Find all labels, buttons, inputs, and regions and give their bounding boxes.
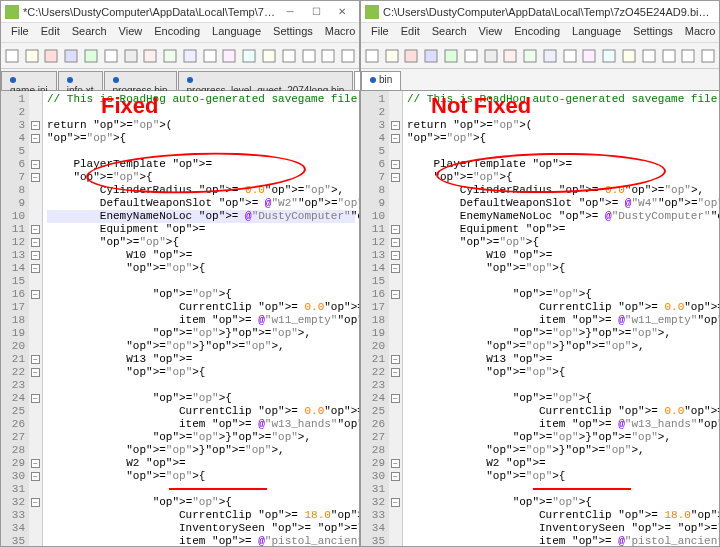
tab-bar: bin	[361, 69, 719, 91]
menu-encoding[interactable]: Encoding	[148, 23, 206, 42]
menu-language[interactable]: Language	[566, 23, 627, 42]
menu-search[interactable]: Search	[66, 23, 113, 42]
svg-rect-1	[26, 50, 38, 62]
toolbar-button-0[interactable]	[363, 47, 381, 65]
toolbar-button-16[interactable]	[320, 47, 338, 65]
toolbar-button-3[interactable]	[62, 47, 80, 65]
svg-rect-35	[702, 50, 714, 62]
titlebar[interactable]: C:\Users\DustyComputer\AppData\Local\Tem…	[361, 1, 719, 23]
svg-rect-32	[643, 50, 655, 62]
svg-rect-23	[465, 50, 477, 62]
menu-macro[interactable]: Macro	[319, 23, 362, 42]
toolbar-button-7[interactable]	[141, 47, 159, 65]
toolbar-button-7[interactable]	[501, 47, 519, 65]
toolbar-button-9[interactable]	[541, 47, 559, 65]
editor-window-left: *C:\Users\DustyComputer\AppData\Local\Te…	[0, 0, 360, 547]
svg-rect-22	[445, 50, 457, 62]
toolbar-button-12[interactable]	[240, 47, 258, 65]
menu-encoding[interactable]: Encoding	[508, 23, 566, 42]
app-icon	[365, 5, 379, 19]
toolbar-button-3[interactable]	[422, 47, 440, 65]
tab-game-ini[interactable]: game.ini	[1, 71, 57, 90]
svg-rect-25	[504, 50, 516, 62]
toolbar-button-12[interactable]	[600, 47, 618, 65]
toolbar-button-8[interactable]	[161, 47, 179, 65]
toolbar-button-14[interactable]	[640, 47, 658, 65]
toolbar-button-5[interactable]	[102, 47, 120, 65]
toolbar-button-9[interactable]	[181, 47, 199, 65]
svg-rect-11	[223, 50, 235, 62]
menu-file[interactable]: File	[5, 23, 35, 42]
menu-edit[interactable]: Edit	[395, 23, 426, 42]
svg-rect-29	[583, 50, 595, 62]
toolbar-button-4[interactable]	[82, 47, 100, 65]
svg-rect-0	[6, 50, 18, 62]
svg-rect-6	[125, 50, 137, 62]
tab-progress-bin[interactable]: progress.bin	[104, 71, 177, 90]
tab-bar: game.iniinfo.xtprogress.binprogress_leve…	[1, 69, 359, 91]
code-editor[interactable]: 1234567891011121314151617181920212223242…	[1, 91, 359, 546]
toolbar-button-13[interactable]	[620, 47, 638, 65]
toolbar-button-11[interactable]	[221, 47, 239, 65]
toolbar-button-2[interactable]	[43, 47, 61, 65]
line-number-gutter: 1234567891011121314151617181920212223242…	[361, 91, 389, 546]
menu-view[interactable]: View	[113, 23, 149, 42]
titlebar[interactable]: *C:\Users\DustyComputer\AppData\Local\Te…	[1, 1, 359, 23]
window-title: *C:\Users\DustyComputer\AppData\Local\Te…	[23, 6, 277, 18]
toolbar-button-14[interactable]	[280, 47, 298, 65]
menu-file[interactable]: File	[365, 23, 395, 42]
menu-settings[interactable]: Settings	[267, 23, 319, 42]
fold-gutter[interactable]: −−−−−−−−−−−−−−−−−−−	[29, 91, 43, 546]
tab-bin[interactable]: bin	[361, 71, 401, 90]
svg-rect-30	[603, 50, 615, 62]
toolbar-button-10[interactable]	[561, 47, 579, 65]
code-editor[interactable]: 1234567891011121314151617181920212223242…	[361, 91, 719, 546]
close-button[interactable]: ✕	[329, 2, 355, 22]
toolbar	[361, 43, 719, 69]
toolbar-button-5[interactable]	[462, 47, 480, 65]
svg-rect-34	[682, 50, 694, 62]
svg-rect-4	[85, 50, 97, 62]
fold-gutter[interactable]: −−−−−−−−−−−−−−−−−−−	[389, 91, 403, 546]
menubar: FileEditSearchViewEncodingLanguageSettin…	[1, 23, 359, 43]
toolbar-button-15[interactable]	[300, 47, 318, 65]
svg-rect-8	[164, 50, 176, 62]
window-title: C:\Users\DustyComputer\AppData\Local\Tem…	[383, 6, 715, 18]
svg-rect-16	[322, 50, 334, 62]
svg-rect-5	[105, 50, 117, 62]
toolbar-button-16[interactable]	[680, 47, 698, 65]
svg-rect-13	[263, 50, 275, 62]
svg-rect-18	[366, 50, 378, 62]
menu-edit[interactable]: Edit	[35, 23, 66, 42]
menu-macro[interactable]: Macro	[679, 23, 720, 42]
toolbar-button-11[interactable]	[581, 47, 599, 65]
toolbar-button-10[interactable]	[201, 47, 219, 65]
menu-language[interactable]: Language	[206, 23, 267, 42]
toolbar-button-6[interactable]	[122, 47, 140, 65]
toolbar-button-15[interactable]	[660, 47, 678, 65]
tab-progress_level_quest_2074long-bin[interactable]: progress_level_quest_2074long.bin	[178, 71, 354, 90]
toolbar-button-17[interactable]	[339, 47, 357, 65]
code-area[interactable]: // This is RoadHog auto-generated savega…	[403, 91, 719, 546]
toolbar-button-1[interactable]	[23, 47, 41, 65]
toolbar-button-4[interactable]	[442, 47, 460, 65]
tab-info-xt[interactable]: info.xt	[58, 71, 103, 90]
svg-rect-14	[283, 50, 295, 62]
toolbar-button-8[interactable]	[521, 47, 539, 65]
menu-view[interactable]: View	[473, 23, 509, 42]
toolbar-button-17[interactable]	[699, 47, 717, 65]
line-number-gutter: 1234567891011121314151617181920212223242…	[1, 91, 29, 546]
toolbar-button-2[interactable]	[403, 47, 421, 65]
svg-rect-17	[342, 50, 354, 62]
app-icon	[5, 5, 19, 19]
toolbar-button-13[interactable]	[260, 47, 278, 65]
menu-search[interactable]: Search	[426, 23, 473, 42]
toolbar-button-1[interactable]	[383, 47, 401, 65]
toolbar-button-0[interactable]	[3, 47, 21, 65]
svg-rect-20	[405, 50, 417, 62]
toolbar-button-6[interactable]	[482, 47, 500, 65]
minimize-button[interactable]: ─	[277, 2, 303, 22]
menu-settings[interactable]: Settings	[627, 23, 679, 42]
code-area[interactable]: // This is RoadHog auto-generated savega…	[43, 91, 359, 546]
maximize-button[interactable]: ☐	[303, 2, 329, 22]
